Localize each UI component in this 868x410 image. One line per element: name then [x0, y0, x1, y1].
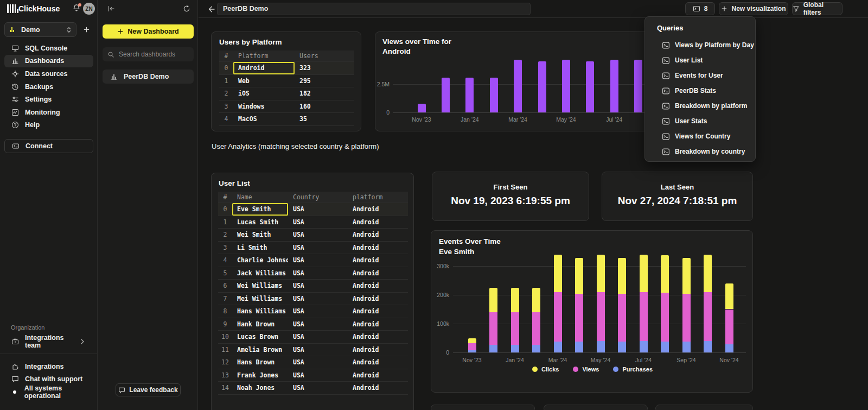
table-cell[interactable]: Android — [348, 318, 408, 331]
query-item-user-list[interactable]: User List — [645, 53, 755, 68]
table-cell[interactable]: 0 — [218, 203, 232, 216]
table-cell[interactable]: USA — [288, 305, 348, 318]
bar-segment-clicks[interactable] — [661, 255, 669, 293]
legend-item-purchases[interactable]: Purchases — [613, 366, 653, 373]
bar-May24[interactable] — [562, 60, 570, 112]
table-cell[interactable]: USA — [288, 229, 348, 241]
table-row[interactable]: 10Lucas BrownUSAAndroid — [218, 331, 408, 344]
table-cell[interactable]: Web — [233, 75, 295, 87]
selected-cell[interactable]: Android — [233, 62, 295, 74]
leave-feedback-button[interactable]: Leave feedback — [116, 383, 181, 396]
new-dashboard-button[interactable]: New Dashboard — [103, 24, 194, 39]
table-cell[interactable]: 2 — [218, 229, 232, 241]
legend-item-views[interactable]: Views — [573, 366, 599, 373]
table-cell[interactable]: Hank Brown — [232, 318, 288, 331]
table-cell[interactable]: USA — [288, 203, 348, 216]
bar-Jun24[interactable] — [586, 61, 594, 112]
table-cell[interactable]: 7 — [218, 293, 232, 305]
bar-segment-purchases[interactable] — [468, 350, 476, 352]
table-row[interactable]: 4MacOS35 — [219, 113, 354, 126]
table-cell[interactable]: Android — [348, 216, 408, 229]
bar-segment-clicks[interactable] — [575, 258, 583, 294]
connect-button[interactable]: Connect — [4, 139, 93, 153]
bar-segment-views[interactable] — [704, 292, 712, 341]
table-cell[interactable]: USA — [288, 356, 348, 369]
table-cell[interactable]: 182 — [295, 87, 354, 100]
table-row[interactable]: 6Wei WilliamsUSAAndroid — [218, 280, 408, 293]
bar-Dec23[interactable] — [442, 78, 450, 112]
query-item-events-for-user[interactable]: Events for User — [645, 68, 755, 83]
table-cell[interactable]: Android — [348, 280, 408, 292]
query-item-peerdb-stats[interactable]: PeerDB Stats — [645, 83, 755, 98]
bar-segment-views[interactable] — [661, 293, 669, 342]
table-cell[interactable]: 160 — [295, 100, 354, 113]
table-cell[interactable]: MacOS — [233, 113, 295, 125]
bar-segment-clicks[interactable] — [511, 288, 519, 312]
bar-segment-views[interactable] — [682, 294, 691, 341]
organization-team-item[interactable]: Integrations team — [4, 335, 93, 348]
table-cell[interactable]: 13 — [218, 369, 232, 382]
query-item-breakdown-by-platform[interactable]: Breakdown by platform — [645, 98, 755, 113]
table-row[interactable]: 11Amelia BrownUSAAndroid — [218, 344, 408, 357]
table-row[interactable]: 0Android323 — [219, 62, 354, 75]
table-row[interactable]: 3Li SmithUSAAndroid — [218, 242, 408, 255]
bar-Apr24[interactable] — [538, 61, 546, 112]
table-row[interactable]: 2Wei SmithUSAAndroid — [218, 229, 408, 242]
bar-segment-clicks[interactable] — [532, 288, 540, 312]
bar-segment-clicks[interactable] — [618, 258, 626, 294]
bar-segment-views[interactable] — [575, 294, 583, 342]
table-cell[interactable]: 10 — [218, 331, 232, 343]
avatar[interactable]: ZN — [83, 3, 95, 15]
table-cell[interactable]: 295 — [295, 75, 354, 87]
table-cell[interactable]: Lucas Brown — [232, 331, 288, 343]
table-cell[interactable]: Android — [348, 382, 408, 394]
add-service-button[interactable] — [81, 24, 92, 35]
table-cell[interactable]: Android — [348, 242, 408, 254]
bar-segment-purchases[interactable] — [532, 345, 540, 352]
query-item-views-for-country[interactable]: Views for Country — [645, 129, 755, 144]
service-selector[interactable]: Demo — [4, 22, 76, 37]
bar-segment-purchases[interactable] — [725, 344, 733, 352]
bar-segment-views[interactable] — [725, 310, 733, 345]
bar-Jan24[interactable] — [465, 78, 474, 112]
table-cell[interactable]: USA — [288, 293, 348, 305]
table-cell[interactable]: 323 — [295, 62, 354, 74]
table-cell[interactable]: Android — [348, 293, 408, 305]
table-cell[interactable]: Noah Jones — [232, 382, 288, 394]
table-cell[interactable]: iOS — [233, 87, 295, 100]
query-item-user-stats[interactable]: User Stats — [645, 113, 755, 129]
bar-segment-purchases[interactable] — [575, 342, 583, 352]
dashboard-list-item[interactable]: PeerDB Demo — [103, 70, 194, 84]
table-cell[interactable]: Amelia Brown — [232, 344, 288, 356]
sidebar-item-backups[interactable]: Backups — [4, 80, 93, 93]
table-cell[interactable]: Charlie Johnson — [232, 254, 288, 267]
table-cell[interactable]: 4 — [218, 254, 232, 267]
table-cell[interactable]: USA — [288, 267, 348, 280]
bar-segment-purchases[interactable] — [682, 342, 691, 352]
table-row[interactable]: 9Hank BrownUSAAndroid — [218, 318, 408, 331]
footer-item-integrations[interactable]: Integrations — [4, 360, 93, 373]
table-row[interactable]: 14Noah JonesUSAAndroid — [218, 382, 408, 395]
bar-Aug24[interactable] — [634, 60, 642, 112]
table-cell[interactable]: Windows — [233, 100, 295, 113]
table-cell[interactable]: 8 — [218, 305, 232, 318]
table-cell[interactable]: 6 — [218, 280, 232, 292]
table-cell[interactable]: Android — [348, 369, 408, 382]
bar-segment-purchases[interactable] — [597, 341, 605, 352]
table-cell[interactable]: 14 — [218, 382, 232, 394]
table-row[interactable]: 12Hans BrownUSAAndroid — [218, 356, 408, 369]
bar-segment-clicks[interactable] — [704, 255, 712, 292]
footer-item-chat-with-support[interactable]: Chat with support — [4, 373, 93, 386]
table-cell[interactable]: 12 — [218, 356, 232, 369]
table-cell[interactable]: Android — [348, 356, 408, 369]
new-visualization-button[interactable]: New visualization — [719, 2, 788, 15]
bar-segment-purchases[interactable] — [640, 341, 648, 352]
table-cell[interactable]: USA — [288, 369, 348, 382]
table-cell[interactable]: Frank Jones — [232, 369, 288, 382]
sidebar-item-monitoring[interactable]: Monitoring — [4, 106, 93, 119]
table-cell[interactable]: USA — [288, 331, 348, 343]
table-row[interactable]: 1Web295 — [219, 75, 354, 88]
table-cell[interactable]: Hans Williams — [232, 305, 288, 318]
bar-Nov23[interactable] — [418, 104, 426, 112]
bar-Jul24[interactable] — [610, 60, 618, 112]
